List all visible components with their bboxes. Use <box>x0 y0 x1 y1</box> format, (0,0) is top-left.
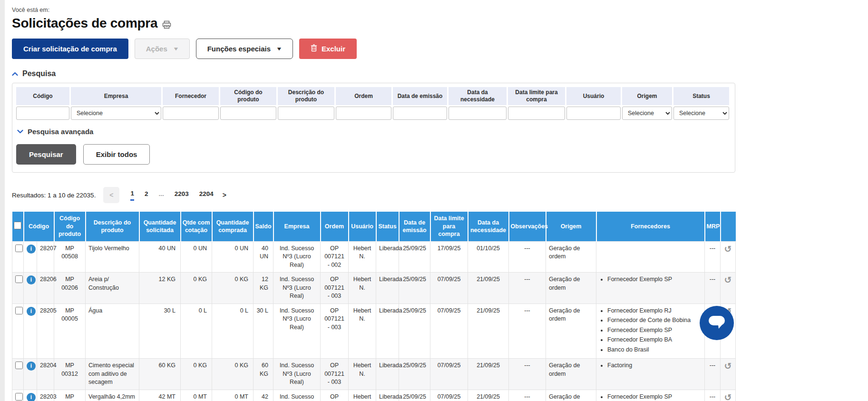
filter-input[interactable] <box>220 107 276 120</box>
actions-dropdown-button[interactable]: Ações ▼ <box>135 39 190 59</box>
column-header[interactable]: Usuário <box>349 212 376 241</box>
cell-data-necessidade: 21/09/25 <box>468 359 509 390</box>
cell-saldo: 12 KG <box>254 273 273 304</box>
cell-quantidade-comprada: 0 L <box>212 303 254 359</box>
column-header[interactable]: Descrição do produto <box>86 212 139 241</box>
column-header[interactable]: Data limite para compra <box>430 212 468 241</box>
column-header[interactable]: Observações <box>509 212 546 241</box>
filter-input[interactable] <box>163 107 219 120</box>
cell-usuario: Hebert N. <box>349 303 376 359</box>
row-checkbox[interactable] <box>15 307 23 314</box>
cell-saldo: 42 MT <box>254 390 273 401</box>
column-header[interactable]: Saldo <box>254 212 273 241</box>
special-functions-dropdown-button[interactable]: Funções especiais ▼ <box>196 39 293 59</box>
column-header[interactable]: Fornecedores <box>596 212 705 241</box>
row-checkbox[interactable] <box>15 362 23 369</box>
cell-data-limite-compra: 07/09/25 <box>430 303 468 359</box>
pagination-prev-button[interactable]: < <box>103 187 119 203</box>
pagination-pages: 1 2 ... 2203 2204 <box>125 190 218 201</box>
pagination-page[interactable]: 2203 <box>175 190 189 200</box>
filter-select[interactable]: Selecione <box>71 107 161 120</box>
filter-input[interactable] <box>449 107 507 120</box>
history-icon[interactable]: ↺ <box>724 244 732 254</box>
cell-origem: Geração de ordem <box>546 359 596 390</box>
pagination-next-button[interactable]: > <box>223 191 226 199</box>
filter-column: Data da necessidade <box>449 87 507 120</box>
column-header[interactable]: Empresa <box>273 212 321 241</box>
column-header[interactable]: Código <box>24 212 54 241</box>
main-content: Você está em: Solicitações de compra Cri… <box>12 0 735 401</box>
print-icon[interactable] <box>162 20 171 29</box>
cell-codigo: 28203 <box>37 390 54 401</box>
row-checkbox[interactable] <box>15 245 23 252</box>
filter-label: Origem <box>622 87 672 105</box>
search-button[interactable]: Pesquisar <box>16 144 76 165</box>
filter-input[interactable] <box>278 107 334 120</box>
search-section-toggle[interactable]: Pesquisa <box>12 69 735 78</box>
cell-observacoes: --- <box>509 359 546 390</box>
supplier-item: Fornecedor Exemplo SP <box>607 326 702 335</box>
pagination-page[interactable]: 1 <box>130 190 134 201</box>
info-icon[interactable]: i <box>27 362 36 371</box>
history-icon[interactable]: ↺ <box>724 275 732 285</box>
cell-data-limite-compra: 07/09/25 <box>430 273 468 304</box>
cell-ordem: OP 007121 - 003 <box>321 359 349 390</box>
chat-widget-button[interactable] <box>700 306 734 340</box>
filter-label: Código do produto <box>220 87 276 105</box>
table-row: i 28203 MP 00215 Vergalhão 4,2mm 42 MT 0… <box>12 390 736 401</box>
cell-codigo: 28205 <box>37 303 54 359</box>
show-all-button[interactable]: Exibir todos <box>83 144 150 165</box>
cell-codigo-produto: MP 00005 <box>54 303 86 359</box>
row-select-cell <box>12 390 24 401</box>
row-checkbox[interactable] <box>15 275 23 283</box>
column-header[interactable]: Data da necessidade <box>468 212 509 241</box>
create-purchase-request-button[interactable]: Criar solicitação de compra <box>12 39 128 59</box>
column-header[interactable]: Ordem <box>321 212 349 241</box>
history-icon[interactable]: ↺ <box>724 361 732 371</box>
cell-descricao-produto: Tijolo Vermelho <box>86 241 139 273</box>
column-header[interactable]: Código do produto <box>54 212 86 241</box>
filter-select[interactable]: Selecione <box>622 107 672 120</box>
cell-mrp: --- <box>705 241 721 273</box>
filter-input[interactable] <box>393 107 447 120</box>
column-header[interactable]: MRP <box>705 212 721 241</box>
info-icon[interactable]: i <box>27 275 36 284</box>
cell-mrp: --- <box>705 390 721 401</box>
filter-input[interactable] <box>16 107 69 120</box>
info-icon[interactable]: i <box>27 307 36 316</box>
cell-codigo-produto: MP 00508 <box>54 241 86 273</box>
filter-column: Data limite para compra <box>508 87 565 120</box>
cell-descricao-produto: Vergalhão 4,2mm <box>86 390 139 401</box>
advanced-search-toggle[interactable]: Pesquisa avançada <box>17 127 93 136</box>
cell-fornecedores: Fornecedor Exemplo SPFornecedor Exemplo … <box>596 390 705 401</box>
row-checkbox[interactable] <box>15 393 23 401</box>
info-icon[interactable]: i <box>27 393 36 401</box>
cell-data-emissao: 25/09/25 <box>399 303 430 359</box>
filter-input[interactable] <box>336 107 391 120</box>
row-history-cell: ↺ <box>721 241 736 273</box>
column-header[interactable]: Data de emissão <box>399 212 430 241</box>
pagination-page[interactable]: 2 <box>145 190 148 200</box>
filter-input[interactable] <box>566 107 621 120</box>
cell-empresa: Ind. Sucesso Nº3 (Lucro Real) <box>273 241 321 273</box>
select-all-checkbox[interactable] <box>14 222 21 229</box>
cell-saldo: 40 UN <box>254 241 273 273</box>
row-info-cell: i <box>24 241 37 273</box>
column-header[interactable]: Origem <box>546 212 596 241</box>
column-header[interactable]: Qtde com cotação <box>181 212 212 241</box>
cell-ordem: OP 007121 - 003 <box>321 390 349 401</box>
cell-empresa: Ind. Sucesso Nº3 (Lucro Real) <box>273 303 321 359</box>
table-row: i 28205 MP 00005 Água 30 L 0 L 0 L 30 L … <box>12 303 736 359</box>
filter-input[interactable] <box>508 107 565 120</box>
column-header[interactable]: Quantidade solicitada <box>139 212 181 241</box>
pagination-page[interactable]: 2204 <box>199 190 214 200</box>
cell-quantidade-comprada: 0 MT <box>212 390 254 401</box>
column-header[interactable]: Status <box>376 212 399 241</box>
delete-button[interactable]: Excluir <box>299 39 357 59</box>
toolbar: Criar solicitação de compra Ações ▼ Funç… <box>12 39 735 59</box>
history-icon[interactable]: ↺ <box>724 392 732 401</box>
column-header[interactable]: Quantidade comprada <box>212 212 254 241</box>
info-icon[interactable]: i <box>27 245 36 254</box>
filter-select[interactable]: Selecione <box>673 107 729 120</box>
status-badge: Liberada <box>376 241 399 273</box>
